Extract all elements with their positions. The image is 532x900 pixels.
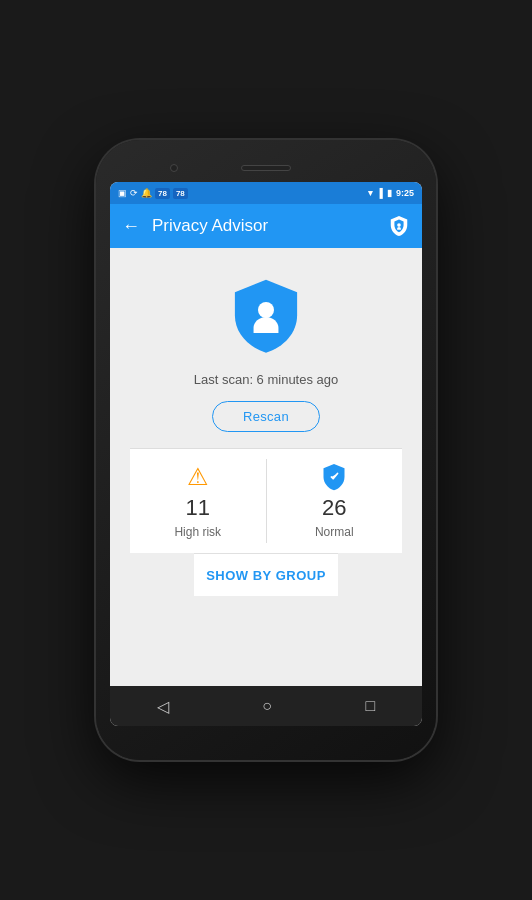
high-risk-stat: ⚠ 11 High risk — [130, 449, 266, 553]
last-scan-label: Last scan: 6 minutes ago — [194, 372, 339, 387]
wifi-icon: ▾ — [368, 188, 373, 198]
show-by-group-button[interactable]: SHOW BY GROUP — [206, 568, 326, 583]
warning-icon: ⚠ — [187, 463, 209, 491]
main-content: Last scan: 6 minutes ago Rescan ⚠ 11 Hig… — [110, 248, 422, 686]
normal-stat: 26 Normal — [267, 449, 403, 553]
recent-nav-button[interactable]: □ — [346, 689, 396, 723]
high-risk-label: High risk — [174, 525, 221, 539]
rescan-button[interactable]: Rescan — [212, 401, 320, 432]
status-left-icons: ▣ ⟳ 🔔 78 78 — [118, 188, 188, 199]
camera-dot — [170, 164, 178, 172]
normal-label: Normal — [315, 525, 354, 539]
notification-icon: 🔔 — [141, 188, 152, 198]
show-by-group-bar[interactable]: SHOW BY GROUP — [194, 553, 338, 596]
status-right: ▾ ▐ ▮ 9:25 — [368, 188, 414, 198]
stats-row: ⚠ 11 High risk 26 Normal — [130, 448, 402, 553]
svg-point-1 — [258, 302, 274, 318]
normal-count: 26 — [322, 495, 346, 521]
privacy-advisor-icon — [388, 215, 410, 237]
back-button[interactable]: ← — [122, 216, 140, 237]
phone-bottom — [110, 726, 422, 746]
signal-icon: ▣ — [118, 188, 127, 198]
time-display: 9:25 — [396, 188, 414, 198]
badge-2: 78 — [173, 188, 188, 199]
sync-icon: ⟳ — [130, 188, 138, 198]
battery-icon: ▮ — [387, 188, 392, 198]
phone-screen: ▣ ⟳ 🔔 78 78 ▾ ▐ ▮ 9:25 ← Privacy Advisor — [110, 182, 422, 726]
high-risk-count: 11 — [186, 495, 210, 521]
signal-bars-icon: ▐ — [377, 188, 383, 198]
shield-container: Last scan: 6 minutes ago Rescan — [194, 278, 339, 432]
normal-shield-icon — [320, 463, 348, 491]
svg-point-0 — [397, 223, 401, 227]
phone-frame: ▣ ⟳ 🔔 78 78 ▾ ▐ ▮ 9:25 ← Privacy Advisor — [96, 140, 436, 760]
speaker-grille — [241, 165, 291, 171]
status-bar: ▣ ⟳ 🔔 78 78 ▾ ▐ ▮ 9:25 — [110, 182, 422, 204]
bottom-nav: ◁ ○ □ — [110, 686, 422, 726]
badge-1: 78 — [155, 188, 170, 199]
back-nav-button[interactable]: ◁ — [137, 689, 189, 724]
home-nav-button[interactable]: ○ — [242, 689, 292, 723]
phone-top — [110, 154, 422, 182]
app-bar: ← Privacy Advisor — [110, 204, 422, 248]
shield-icon — [226, 278, 306, 358]
page-title: Privacy Advisor — [152, 216, 376, 236]
